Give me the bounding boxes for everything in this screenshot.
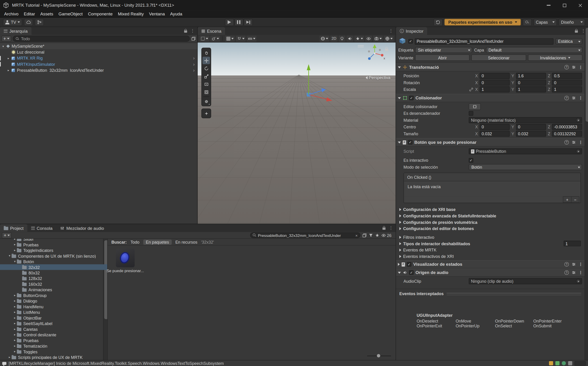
2d-toggle[interactable]: 2D	[331, 35, 338, 41]
help-icon[interactable]	[564, 96, 569, 100]
hierarchy-search-input[interactable]: Todo	[13, 36, 190, 42]
help-icon[interactable]	[564, 140, 569, 145]
play-button[interactable]	[225, 19, 234, 26]
foldout-closed-icon[interactable]	[398, 263, 400, 266]
transform-tool-button[interactable]	[202, 88, 210, 96]
foldout-row[interactable]: Configuración de presión volumétrica	[396, 219, 585, 225]
minimize-button[interactable]	[541, 0, 557, 11]
component-enabled-checkbox[interactable]	[409, 270, 414, 275]
folder-item[interactable]: ▸ SeeItSayItLabel	[0, 321, 107, 326]
folder-item[interactable]: ▾ Componentes de UX de MRTK (sin lienzo)	[0, 253, 107, 259]
lock-icon[interactable]	[184, 30, 187, 33]
scene-canvas[interactable]: x	[198, 42, 396, 224]
snap-settings-button[interactable]	[236, 35, 246, 41]
undo-history-button[interactable]	[434, 19, 442, 26]
folder-item[interactable]: 80x32	[0, 270, 107, 275]
audio-toggle[interactable]	[346, 35, 353, 41]
open-prefab-chevron[interactable]: ›	[191, 62, 197, 67]
increment-snap-button[interactable]	[247, 35, 257, 41]
panel-menu-icon[interactable]	[191, 29, 195, 33]
x-field[interactable]: 0.032	[480, 131, 510, 137]
account-button[interactable]: TV	[3, 19, 22, 26]
open-prefab-chevron[interactable]: ›	[191, 56, 197, 61]
expand-arrow-icon[interactable]: ▾	[7, 254, 12, 258]
foldout-row[interactable]: Eventos de MRTK	[396, 247, 585, 253]
perspective-indicator[interactable]: Perspectiva	[365, 76, 390, 80]
folder-item[interactable]: 128x32	[0, 276, 107, 281]
search-button[interactable]	[523, 19, 532, 26]
scope-all[interactable]: Todo	[131, 240, 140, 244]
foldout-open-icon[interactable]	[398, 97, 401, 99]
scope-in-packages[interactable]: En paquetes	[143, 239, 172, 244]
expand-arrow-icon[interactable]: ▸	[13, 333, 17, 336]
z-field[interactable]: 0.5	[552, 73, 582, 79]
expand-arrow-icon[interactable]: ▸	[13, 248, 17, 252]
version-control-button[interactable]	[35, 19, 44, 26]
custom-tool-button[interactable]	[202, 98, 210, 105]
foldout-row[interactable]: Configuración avanzada de StatefulIntera…	[396, 213, 585, 219]
folder-item[interactable]: ▸ Control deslizante	[0, 332, 107, 337]
lock-icon[interactable]	[575, 30, 578, 33]
foldout-row[interactable]: Configuración del editor de botones	[396, 225, 585, 232]
open-prefab-chevron[interactable]: ›	[191, 68, 197, 73]
scale-tool-button[interactable]	[202, 72, 210, 80]
expand-arrow-icon[interactable]: ▾	[13, 260, 17, 263]
folder-item[interactable]: ▸ HandMenu	[0, 304, 107, 309]
foldout-row[interactable]: Tipos de interactor deshabilitados 1	[396, 240, 585, 247]
menu-item[interactable]: Componente	[85, 11, 115, 17]
tag-dropdown[interactable]: Sin etiquetar	[415, 47, 472, 53]
x-field[interactable]: 1	[480, 86, 510, 92]
project-search-input[interactable]: PressableButton_32x32mm_IconAndTextUnder	[250, 232, 360, 238]
clear-search-icon[interactable]	[355, 233, 358, 238]
expand-arrow-icon[interactable]: ▾	[1, 44, 6, 48]
preset-icon[interactable]	[572, 140, 576, 145]
folder-item[interactable]: ▸ ListMenu	[0, 309, 107, 315]
hierarchy-item[interactable]: Luz direccional	[0, 49, 197, 55]
expand-arrow-icon[interactable]: ▸	[13, 239, 17, 241]
z-field[interactable]: 0	[552, 80, 582, 86]
expand-arrow-icon[interactable]: ▸	[6, 57, 11, 60]
tab-scene[interactable]: Escena	[198, 27, 225, 35]
preset-icon[interactable]	[572, 270, 576, 275]
step-button[interactable]	[243, 19, 252, 26]
active-checkbox[interactable]	[408, 39, 413, 44]
folder-item[interactable]: 160x32	[0, 281, 107, 287]
filter-icon[interactable]	[368, 233, 373, 238]
is-interactive-checkbox[interactable]	[469, 158, 473, 163]
object-picker-icon[interactable]	[576, 279, 581, 284]
folder-item[interactable]: ▸ Slider	[0, 239, 107, 242]
foldout-row[interactable]: Filtros interactivo	[396, 234, 585, 240]
z-field[interactable]: 0.03132292	[552, 131, 582, 137]
help-icon[interactable]	[564, 65, 569, 69]
y-field[interactable]: 0	[516, 80, 546, 86]
component-menu-icon[interactable]	[579, 96, 583, 100]
package-status-icon[interactable]	[549, 361, 553, 365]
component-header-transform[interactable]: Transformació	[396, 63, 585, 71]
favorites-star-icon[interactable]	[375, 233, 380, 238]
layout-dropdown[interactable]: Diseño	[559, 19, 585, 26]
material-object-field[interactable]: Ninguno (material físico)	[469, 117, 582, 123]
connection-status-icon[interactable]	[555, 361, 559, 365]
rotate-tool-button[interactable]	[202, 65, 210, 72]
y-field[interactable]: 0	[516, 124, 546, 130]
component-menu-icon[interactable]	[579, 140, 583, 145]
add-asset-button[interactable]: +	[2, 232, 12, 238]
folder-item[interactable]: ▸ ToggleIndicators	[0, 247, 107, 253]
expand-arrow-icon[interactable]: ▸	[6, 69, 11, 72]
tool-settings-button[interactable]	[199, 35, 209, 41]
foldout-open-icon[interactable]	[398, 272, 401, 274]
foldout-row[interactable]: Configuración de XRI base	[396, 206, 585, 213]
foldout-open-icon[interactable]	[398, 66, 401, 68]
tab-console[interactable]: Consola	[27, 224, 56, 232]
menu-item[interactable]: Ayuda	[168, 11, 185, 17]
help-icon[interactable]	[564, 262, 569, 267]
menu-item[interactable]: Editar	[21, 11, 38, 17]
status-message[interactable]: [MRTKLifecycleManager] Inicio de Microso…	[9, 361, 224, 366]
pivot-toggle-button[interactable]	[202, 110, 210, 117]
hierarchy-item[interactable]: MRTKInputSimulator ›	[0, 61, 197, 67]
expand-arrow-icon[interactable]: ▸	[13, 305, 17, 308]
edit-collider-button[interactable]	[469, 103, 481, 110]
expand-arrow-icon[interactable]: ▸	[13, 322, 17, 325]
rect-tool-button[interactable]	[202, 80, 210, 88]
asset-item[interactable]: Se puede presionar...	[112, 248, 138, 273]
